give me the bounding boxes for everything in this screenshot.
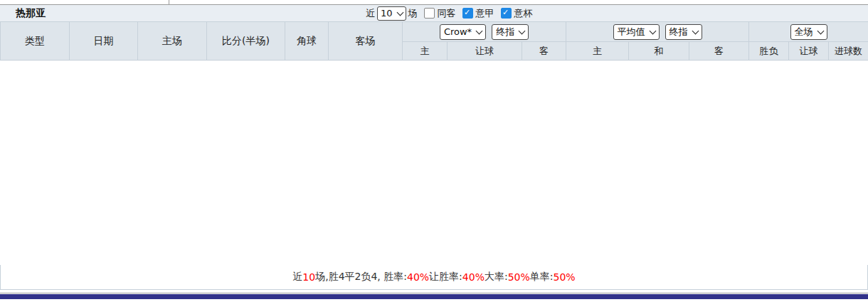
summary-text: 场,胜4平2负4, 胜率: <box>315 271 407 283</box>
subcol-asian-home: 主 <box>403 42 448 61</box>
summary-text: 大率: <box>485 271 508 283</box>
match-history-table: 类型 日期 主场 比分(半场) 角球 客场 Crow* 终指 <box>0 21 868 61</box>
chevron-down-icon <box>519 27 526 34</box>
asian-odds-group-header: Crow* 终指 <box>403 22 566 42</box>
summary-stat-value: 50% <box>554 271 576 283</box>
euro-avg-select[interactable]: 平均值 <box>613 24 660 40</box>
bookmaker-select-value: Crow* <box>444 26 472 37</box>
col-header-away: 客场 <box>329 22 403 61</box>
euro-stage-select[interactable]: 终指 <box>665 24 702 40</box>
col-header-score: 比分(半场) <box>207 22 285 61</box>
chevron-down-icon <box>396 9 403 16</box>
subcol-asian-line: 让球 <box>448 42 522 61</box>
result-group-header: 全场 <box>749 22 868 42</box>
same-away-checkbox[interactable] <box>424 8 435 19</box>
italy-cup-checkbox[interactable] <box>501 8 512 19</box>
recent-count-value: 10 <box>381 8 393 19</box>
subcol-asian-away: 客 <box>522 42 566 61</box>
col-header-type: 类型 <box>1 22 70 61</box>
page-title: 热那亚 <box>16 7 46 20</box>
filter-controls: 近 10 场 同客 意甲 意杯 <box>366 6 533 21</box>
chevron-down-icon <box>817 27 824 34</box>
scope-select-value: 全场 <box>795 26 813 38</box>
euro-odds-group-header: 平均值 终指 <box>566 22 749 42</box>
summary-stat-value: 40% <box>462 271 485 283</box>
col-header-date: 日期 <box>70 22 138 61</box>
summary-stat-value: 50% <box>508 271 530 283</box>
title-bar: 热那亚 近 10 场 同客 意甲 意杯 <box>0 5 868 21</box>
scope-select[interactable]: 全场 <box>790 24 827 40</box>
chevron-down-icon <box>476 27 483 34</box>
summary-stat-value: 10 <box>302 271 315 283</box>
bottom-accent-bar <box>0 294 868 299</box>
matches-suffix-label: 场 <box>408 7 418 20</box>
euro-avg-select-value: 平均值 <box>618 26 645 38</box>
summary-text: 让胜率: <box>429 271 462 283</box>
serie-a-checkbox[interactable] <box>462 8 473 19</box>
subcol-result-goals: 进球数 <box>829 42 868 61</box>
summary-stat-value: 40% <box>407 271 429 283</box>
chevron-down-icon <box>649 27 656 34</box>
summary-bar: 近10场,胜4平2负4, 胜率:40% 让胜率:40% 大率:50% 单率:50… <box>0 265 868 290</box>
subcol-result-handicap: 让球 <box>789 42 829 61</box>
col-header-home: 主场 <box>138 22 207 61</box>
header-row-groups: 类型 日期 主场 比分(半场) 角球 客场 Crow* 终指 <box>1 22 868 42</box>
subcol-euro-draw: 和 <box>629 42 689 61</box>
recent-count-select[interactable]: 10 <box>377 6 406 21</box>
chevron-down-icon <box>692 27 699 34</box>
summary-text: 近 <box>292 271 302 283</box>
bookmaker-select[interactable]: Crow* <box>440 24 486 40</box>
subcol-euro-home: 主 <box>566 42 629 61</box>
asian-stage-select[interactable]: 终指 <box>492 24 529 40</box>
summary-text: 单率: <box>530 271 554 283</box>
italy-cup-label: 意杯 <box>514 7 533 20</box>
bottom-divider <box>0 293 868 293</box>
subcol-euro-away: 客 <box>689 42 749 61</box>
euro-stage-select-value: 终指 <box>669 26 688 38</box>
asian-stage-select-value: 终指 <box>496 26 514 38</box>
recent-prefix-label: 近 <box>366 7 375 20</box>
serie-a-label: 意甲 <box>476 7 494 20</box>
odds-history-panel: 热那亚 近 10 场 同客 意甲 意杯 类型 日期 主 <box>0 0 868 302</box>
same-away-label: 同客 <box>438 7 456 20</box>
subcol-result-outcome: 胜负 <box>749 42 789 61</box>
col-header-corners: 角球 <box>285 22 329 61</box>
